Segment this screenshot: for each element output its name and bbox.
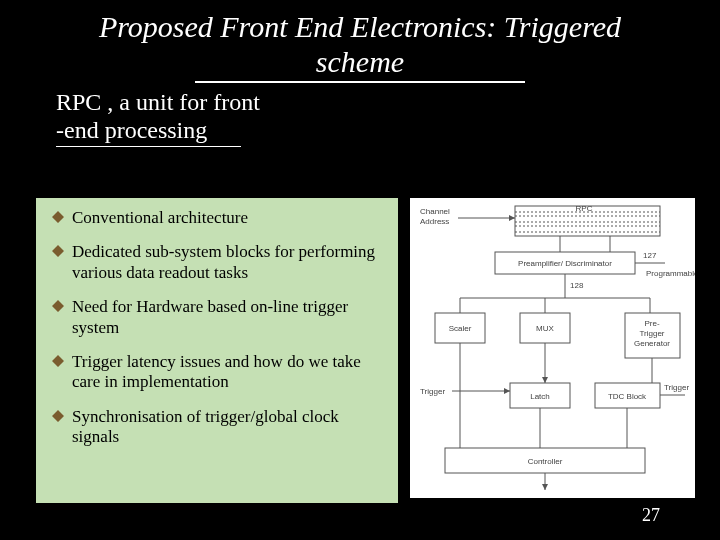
- bullet-text: Conventional architecture: [72, 208, 248, 228]
- diagram-label-preamp: Preamplifier/ Discriminator: [518, 259, 612, 268]
- diagram-label-pretrigger-1: Pre-: [644, 319, 659, 328]
- list-item: Synchronisation of trigger/global clock …: [52, 407, 386, 448]
- svg-marker-33: [542, 484, 548, 490]
- diagram-svg: RPC Channel Address Preamplifier/ Discri…: [410, 198, 695, 498]
- slide-title: Proposed Front End Electronics: Triggere…: [0, 0, 720, 81]
- title-underline: [195, 81, 525, 83]
- bullet-text: Need for Hardware based on-line trigger …: [72, 297, 386, 338]
- diagram-label-latch: Latch: [530, 392, 550, 401]
- diagram-label-controller: Controller: [528, 457, 563, 466]
- diagram-label-channel: Channel: [420, 207, 450, 216]
- diagram-label-trigger-left: Trigger: [420, 387, 445, 396]
- diagram-label-address: Address: [420, 217, 449, 226]
- diagram-label-programmable: Programmable: [646, 269, 695, 278]
- slide-subtitle: RPC , a unit for front -end processing: [0, 89, 720, 144]
- svg-marker-7: [509, 215, 515, 221]
- subtitle-line-2: -end processing: [56, 117, 720, 145]
- bullet-text: Synchronisation of trigger/global clock …: [72, 407, 386, 448]
- diagram-label-scaler: Scaler: [449, 324, 472, 333]
- diagram-label-pretrigger-3: Generator: [634, 339, 670, 348]
- diagram-label-tdc: TDC Block: [608, 392, 647, 401]
- diagram-label-rpc: RPC: [576, 204, 593, 213]
- list-item: Need for Hardware based on-line trigger …: [52, 297, 386, 338]
- diamond-bullet-icon: [52, 355, 64, 367]
- block-diagram: RPC Channel Address Preamplifier/ Discri…: [410, 198, 695, 498]
- diagram-label-128: 128: [570, 281, 584, 290]
- diamond-bullet-icon: [52, 245, 64, 257]
- diagram-label-127: 127: [643, 251, 657, 260]
- diagram-label-trigger-right: Trigger: [664, 383, 689, 392]
- subtitle-line-1: RPC , a unit for front: [56, 89, 720, 117]
- slide: Proposed Front End Electronics: Triggere…: [0, 0, 720, 540]
- svg-marker-21: [542, 377, 548, 383]
- list-item: Dedicated sub-system blocks for performi…: [52, 242, 386, 283]
- svg-marker-23: [504, 388, 510, 394]
- bullet-text: Dedicated sub-system blocks for performi…: [72, 242, 386, 283]
- bullet-panel: Conventional architecture Dedicated sub-…: [36, 198, 398, 503]
- diagram-label-mux: MUX: [536, 324, 554, 333]
- diamond-bullet-icon: [52, 211, 64, 223]
- subtitle-underline: [56, 146, 241, 147]
- page-number: 27: [642, 505, 660, 526]
- diamond-bullet-icon: [52, 410, 64, 422]
- list-item: Trigger latency issues and how do we tak…: [52, 352, 386, 393]
- bullet-text: Trigger latency issues and how do we tak…: [72, 352, 386, 393]
- list-item: Conventional architecture: [52, 208, 386, 228]
- diagram-label-pretrigger-2: Trigger: [639, 329, 664, 338]
- diamond-bullet-icon: [52, 300, 64, 312]
